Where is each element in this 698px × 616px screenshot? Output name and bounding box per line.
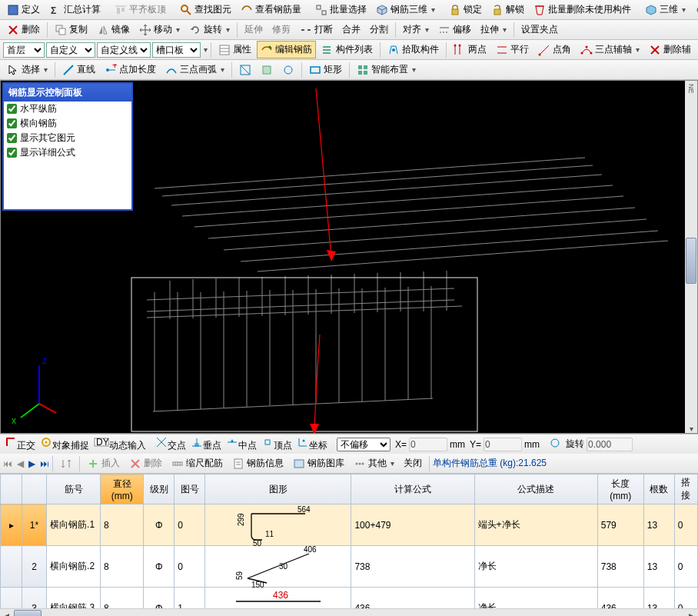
edit-rebar-btn[interactable]: 编辑钢筋 <box>257 41 316 58</box>
batch-sel-btn[interactable]: 批量选择 <box>311 1 371 18</box>
custom-select[interactable]: 自定义 <box>46 42 95 58</box>
view-rebar-btn[interactable]: 查看钢筋量 <box>237 1 305 18</box>
ortho-btn[interactable]: 正交 <box>5 436 35 452</box>
rot-ico[interactable] <box>549 437 561 451</box>
offset-btn[interactable]: 偏移 <box>434 21 475 38</box>
pt-add-btn[interactable]: +点加长度 <box>101 61 160 78</box>
cross-btn[interactable]: 交点 <box>155 436 186 452</box>
persp-btn[interactable]: 俯视▾ <box>691 1 698 18</box>
svg-point-103 <box>45 441 48 444</box>
top-toolbar-3: 首层 自定义 自定义线 槽口板 ▾ 属性 编辑钢筋 构件列表 拾取构件 两点 平… <box>0 40 698 60</box>
nav-last[interactable]: ⏭ <box>40 458 49 469</box>
smart-btn[interactable]: 智能布置▾ <box>353 61 420 78</box>
pick-btn[interactable]: 拾取构件 <box>384 41 443 58</box>
vertical-scrollbar[interactable]: NE ▾ <box>685 81 697 433</box>
select-btn[interactable]: 选择▾ <box>3 61 52 78</box>
svg-rect-17 <box>59 28 65 35</box>
pt-angle-btn[interactable]: 点角 <box>534 41 575 58</box>
lock-btn[interactable]: 锁定 <box>445 1 486 18</box>
ico-c[interactable] <box>278 62 298 78</box>
svg-rect-9 <box>452 9 458 15</box>
rebar-display-panel: 钢筋显示控制面板 水平纵筋 横向钢筋 显示其它图元 显示详细公式 <box>2 82 133 211</box>
nav-prev[interactable]: ◀ <box>17 458 24 469</box>
slot-select[interactable]: 槽口板 <box>152 42 201 58</box>
three-pt-btn[interactable]: 三点辅轴▾ <box>577 41 643 58</box>
top-toolbar-1: 定义 Σ汇总计算 平齐板顶 查找图元 查看钢筋量 批量选择 钢筋三维▾ 锁定 解… <box>0 0 698 20</box>
find-elem-btn[interactable]: 查找图元 <box>176 1 235 18</box>
set-grip-btn[interactable]: 设置夹点 <box>517 21 562 38</box>
copy-btn[interactable]: 复制 <box>51 21 91 38</box>
scale-btn[interactable]: 缩尺配筋 <box>168 455 227 472</box>
stretch-btn[interactable]: 拉伸▾ <box>477 21 510 38</box>
horizontal-scrollbar[interactable]: ◂ ▸ <box>0 608 698 616</box>
perp-btn[interactable]: 垂点 <box>191 436 221 452</box>
svg-rect-4 <box>121 8 125 12</box>
table-row[interactable]: 2横向钢筋.28Φ04063059150738净长738130 <box>1 546 698 588</box>
other-btn[interactable]: 其他▾ <box>350 455 398 472</box>
ico-a[interactable] <box>235 62 255 78</box>
arc3-btn[interactable]: 三点画弧▾ <box>161 61 228 78</box>
align-top-btn[interactable]: 平齐板顶 <box>111 1 170 18</box>
svg-point-113 <box>303 440 305 442</box>
two-pt-btn[interactable]: 两点 <box>450 41 490 58</box>
vert-btn[interactable]: 顶点 <box>261 436 292 452</box>
delete-row-btn[interactable]: 删除 <box>125 455 166 472</box>
insert-btn[interactable]: 插入 <box>83 455 124 472</box>
nav-first[interactable]: ⏮ <box>3 458 12 469</box>
extend-btn[interactable]: 延伸 <box>241 21 267 38</box>
move-btn[interactable]: 移动▾ <box>135 21 184 38</box>
split-btn[interactable]: 分割 <box>366 21 392 38</box>
mirror-btn[interactable]: 镜像 <box>93 21 134 38</box>
trim-btn[interactable]: 修剪 <box>268 21 294 38</box>
batch-del-btn[interactable]: 批量删除未使用构件 <box>530 1 635 18</box>
svg-rect-25 <box>323 46 331 48</box>
mid-btn[interactable]: 中点 <box>226 436 257 452</box>
svg-line-61 <box>224 219 646 250</box>
rect-btn[interactable]: 矩形 <box>305 61 346 78</box>
offset-select[interactable]: 不偏移 <box>337 438 391 451</box>
svg-rect-8 <box>322 11 326 15</box>
svg-point-5 <box>181 5 188 12</box>
view3d-btn[interactable]: 三维▾ <box>641 1 690 18</box>
unlock-btn[interactable]: 解锁 <box>487 1 528 18</box>
info-btn[interactable]: 钢筋信息 <box>228 455 288 472</box>
chk-other[interactable]: 显示其它图元 <box>4 131 131 145</box>
table-row[interactable]: 3横向钢筋.38Φ1436436净长436130 <box>1 588 698 609</box>
rot-field: 旋转 <box>566 438 633 451</box>
rebar-3d-btn[interactable]: 钢筋三维▾ <box>372 1 439 18</box>
chk-transverse[interactable]: 横向钢筋 <box>4 116 131 131</box>
rebar-table[interactable]: 筋号 直径(mm) 级别 图号 图形 计算公式 公式描述 长度(mm) 根数 搭… <box>0 474 698 608</box>
svg-point-114 <box>551 439 559 447</box>
svg-rect-51 <box>358 65 362 69</box>
coord-btn[interactable]: 坐标 <box>297 436 327 452</box>
rotate-btn[interactable]: 旋转▾ <box>185 21 234 38</box>
floor-select[interactable]: 首层 <box>3 42 45 58</box>
y-field: Y=mm <box>470 438 540 451</box>
svg-line-99 <box>21 404 39 418</box>
parallel-btn[interactable]: 平行 <box>492 41 533 58</box>
3d-viewport[interactable]: NE ▾ 钢筋显示控制面板 水平纵筋 横向钢筋 显示其它图元 显示详细公式 <box>0 80 698 434</box>
nav-next[interactable]: ▶ <box>28 458 35 469</box>
chk-formula[interactable]: 显示详细公式 <box>4 145 131 160</box>
del-aux-btn[interactable]: 删除辅 <box>645 41 695 58</box>
svg-line-55 <box>155 158 585 188</box>
close-btn[interactable]: 关闭 <box>400 455 426 472</box>
dyn-btn[interactable]: DY动态输入 <box>94 436 146 452</box>
chk-horiz[interactable]: 水平纵筋 <box>4 102 131 116</box>
lib-btn[interactable]: 钢筋图库 <box>289 455 348 472</box>
ico-b[interactable] <box>257 62 277 78</box>
ico-sort[interactable] <box>56 455 76 472</box>
svg-line-60 <box>208 208 635 238</box>
props-btn[interactable]: 属性 <box>214 41 255 58</box>
break-btn[interactable]: 打断 <box>296 21 337 38</box>
line-btn[interactable]: 直线 <box>58 61 99 78</box>
line-select[interactable]: 自定义线 <box>97 42 151 58</box>
align-btn[interactable]: 对齐▾ <box>399 21 433 38</box>
merge-btn[interactable]: 合并 <box>338 21 364 38</box>
sum-btn[interactable]: Σ汇总计算 <box>45 1 105 18</box>
delete-btn[interactable]: 删除 <box>3 21 44 38</box>
snap-btn[interactable]: 对象捕捉 <box>40 436 89 452</box>
comp-list-btn[interactable]: 构件列表 <box>317 41 377 58</box>
table-row[interactable]: ▸1*横向钢筋.18Φ05642991150100+479端头+净长579130 <box>1 504 698 546</box>
define-btn[interactable]: 定义 <box>3 1 44 18</box>
